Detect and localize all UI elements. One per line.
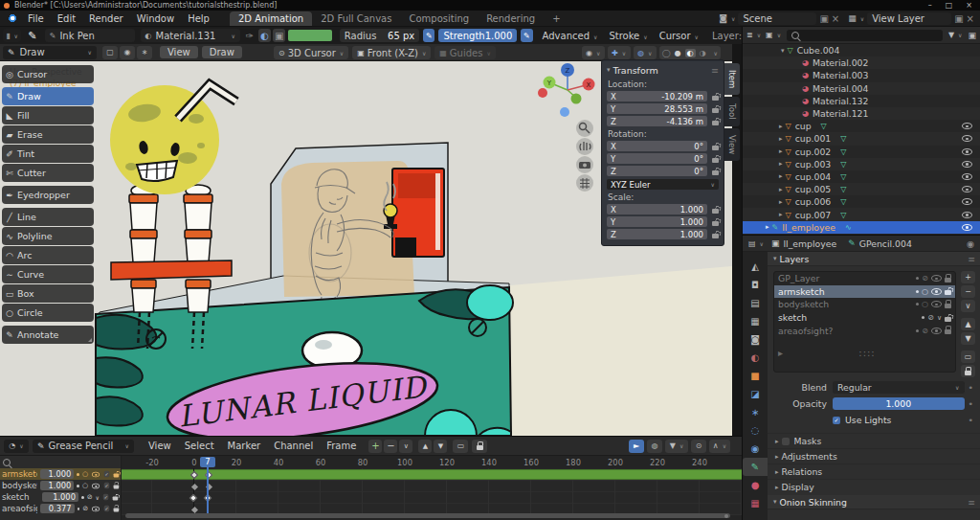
outliner-row-ll-employee[interactable]: ▸✎ll_employee∿ xyxy=(743,221,980,234)
channel-row-areaofsight[interactable]: areaofsight?0.377⊘✓ xyxy=(0,503,121,514)
onion-skin-icon[interactable]: ⊘ xyxy=(922,274,928,283)
view-layer-icon[interactable]: ▦ xyxy=(848,13,864,23)
scene-icon[interactable]: ◙ xyxy=(719,13,735,23)
scale-z-field[interactable]: Z1.000 xyxy=(607,229,707,239)
hide-eye-icon[interactable] xyxy=(962,161,972,168)
onion-skinning-panel-header[interactable]: ▾Onion Skinning≡ xyxy=(768,495,980,509)
tool-line[interactable]: ╱Line xyxy=(2,208,94,226)
close-button[interactable]: × xyxy=(966,1,972,10)
orientation-selector[interactable]: ▣Front (X-Z) xyxy=(352,46,431,59)
lock-icon[interactable] xyxy=(945,277,951,283)
tool-annotate[interactable]: ✎Annotate xyxy=(2,326,94,344)
shading-material-icon[interactable]: ◐ xyxy=(685,49,696,57)
editor-type-button[interactable]: ◔ xyxy=(4,440,29,453)
mode-selector[interactable]: ✎Draw xyxy=(3,46,97,59)
section-masks[interactable]: ▸Masks xyxy=(768,433,980,448)
outliner-row-cube[interactable]: ▾▽Cube.004 xyxy=(743,44,980,57)
view-layer-selector[interactable]: View Layer xyxy=(867,12,951,25)
outliner-row-material[interactable]: ◕Material.132 xyxy=(743,95,980,107)
strength-pressure-toggle[interactable]: ✎ xyxy=(521,29,532,42)
opacity-value-slider[interactable]: 1.000 xyxy=(40,481,75,490)
lock-icon[interactable] xyxy=(712,95,719,101)
hide-eye-icon[interactable] xyxy=(931,328,942,334)
menu-select[interactable]: Select xyxy=(178,441,221,451)
hide-eye-icon[interactable] xyxy=(931,301,942,307)
onion-skin-icon[interactable]: ○ xyxy=(82,482,88,489)
layer-row-selected[interactable]: armsketch○ xyxy=(774,285,955,299)
collapse-icon[interactable]: ▾ xyxy=(781,47,785,55)
animate-dot-icon[interactable]: • xyxy=(969,415,973,425)
outliner-row-cup[interactable]: ▸▽cup.007▽ xyxy=(743,208,980,220)
menu-frame[interactable]: Frame xyxy=(320,441,363,451)
current-frame-indicator[interactable]: 7 xyxy=(200,457,215,467)
tab-object-icon[interactable]: ■ xyxy=(743,367,768,385)
hide-eye-icon[interactable] xyxy=(962,198,972,205)
tab-render-icon[interactable]: ◘ xyxy=(743,276,768,294)
outliner-row-material[interactable]: ◕Material.004 xyxy=(743,82,980,95)
gizmo-y-neg-axis[interactable] xyxy=(571,94,582,104)
menu-help[interactable]: Help xyxy=(181,13,216,24)
channel-row-bodysketch[interactable]: bodysketch1.000○✓ xyxy=(0,480,121,491)
hide-eye-icon[interactable] xyxy=(962,186,972,192)
outliner-row-cup[interactable]: ▸▽cup.002▽ xyxy=(743,146,980,158)
lock-icon[interactable] xyxy=(945,289,951,295)
menu-window[interactable]: Window xyxy=(130,13,181,24)
only-selected-icon[interactable]: ► xyxy=(629,440,644,453)
tab-physics-icon[interactable]: ◌ xyxy=(743,421,768,440)
opacity-slider[interactable]: 1.000 xyxy=(833,397,965,410)
filter-funnel-icon[interactable]: ▼ xyxy=(665,440,688,453)
pin-icon[interactable]: ◉ xyxy=(967,238,974,249)
channel-checkbox[interactable]: ✓ xyxy=(104,483,110,488)
tab-material-icon[interactable]: ● xyxy=(743,476,768,494)
tab-view[interactable]: View xyxy=(724,128,740,161)
isolate-layer-button[interactable]: ▭ xyxy=(961,350,975,363)
editor-type-icon[interactable]: ▤ xyxy=(748,239,764,248)
search-input[interactable] xyxy=(787,30,943,41)
lock-icon[interactable] xyxy=(945,303,951,308)
animate-dot-icon[interactable]: • xyxy=(969,382,973,393)
layer-row[interactable]: sketch⊘∨ xyxy=(774,311,955,325)
screen-color-icon[interactable]: ▣ xyxy=(273,29,285,42)
expand-icon[interactable]: ▸ xyxy=(779,160,783,168)
expand-icon[interactable]: ▸ xyxy=(779,186,783,193)
add-keyframe-button[interactable]: + xyxy=(368,440,382,453)
outliner-row-material[interactable]: ◕Material.003 xyxy=(743,69,980,81)
lock-icon[interactable] xyxy=(113,496,118,501)
collapse-icon[interactable]: ▾ xyxy=(607,66,611,74)
unlink-scene-icon[interactable]: × xyxy=(832,13,839,24)
dope-sheet-body[interactable]: -20 0 20 40 60 80 100 120 140 160 180 20… xyxy=(0,456,742,520)
outliner-row-cup[interactable]: ▸▽cup.004▽ xyxy=(743,170,980,183)
scene-collection-icon[interactable]: ▣ xyxy=(766,31,781,39)
shading-wireframe-icon[interactable]: ◯ xyxy=(662,49,671,57)
opacity-value-slider[interactable]: 1.000 xyxy=(42,492,78,502)
playhead-line[interactable] xyxy=(207,467,209,515)
channel-row-sketch[interactable]: sketch1.000⊘∨✓ xyxy=(0,491,121,503)
move-layer-down-button[interactable]: ▼ xyxy=(961,332,975,345)
hide-eye-icon[interactable] xyxy=(962,212,972,218)
expand-icon[interactable]: ▸ xyxy=(778,348,783,358)
outliner-row-cup[interactable]: ▸▽cup.005▽ xyxy=(743,183,980,195)
menu-marker[interactable]: Marker xyxy=(221,441,268,451)
hide-eye-icon[interactable] xyxy=(92,483,100,488)
onion-skin-icon[interactable]: ⊘ xyxy=(87,493,93,501)
move-up-icon[interactable]: ▲ xyxy=(418,440,432,453)
onion-skin-icon[interactable]: ○ xyxy=(922,300,928,308)
list-resize-grip[interactable]: :::: xyxy=(858,348,875,358)
masks-checkbox[interactable] xyxy=(782,438,790,445)
workspace-tab-compositing[interactable]: Compositing xyxy=(400,11,478,26)
gizmos-dropdown-icon[interactable]: ✚ xyxy=(608,46,631,59)
display-mode-icon[interactable]: ≣ xyxy=(746,31,761,39)
lock-icon[interactable] xyxy=(712,208,719,214)
remove-keyframe-button[interactable]: − xyxy=(384,440,397,453)
menu-render[interactable]: Render xyxy=(82,13,130,24)
overlays-dropdown-icon[interactable]: ◍ xyxy=(634,46,657,59)
maximize-button[interactable]: □ xyxy=(946,1,953,10)
hide-eye-icon[interactable] xyxy=(931,288,942,295)
tab-particles-icon[interactable]: ∗ xyxy=(743,403,768,421)
tool-box[interactable]: ▭Box xyxy=(2,284,94,303)
closed-eye-icon[interactable]: ∨ xyxy=(937,314,942,322)
tab-tool[interactable]: Tool xyxy=(724,97,740,126)
hide-eye-icon[interactable] xyxy=(962,173,972,180)
layer-row[interactable]: areaofsight?⊘ xyxy=(774,324,955,337)
add-layer-button[interactable]: + xyxy=(961,271,975,283)
